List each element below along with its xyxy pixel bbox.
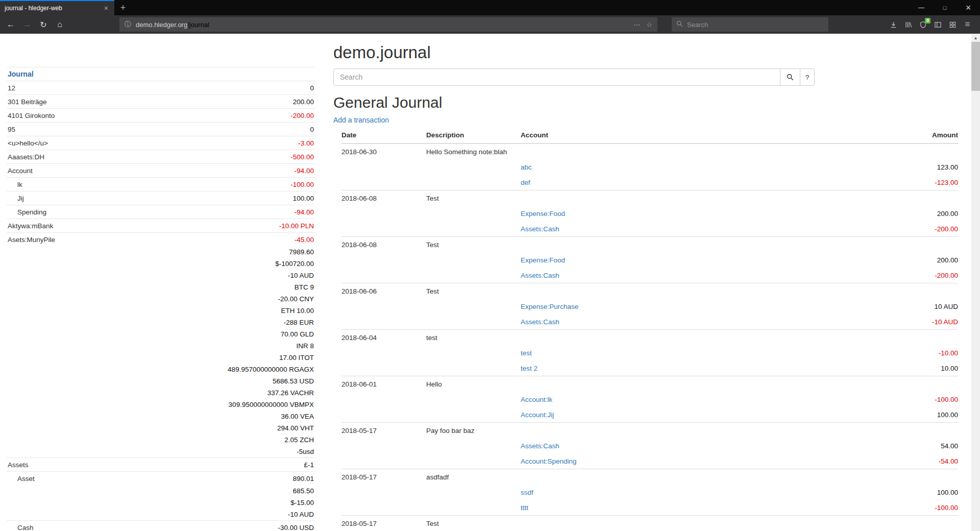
sidebar-account-row: ETH 10.00 — [7, 305, 315, 317]
posting-row: def-123.00 — [341, 175, 958, 190]
posting-account-link[interactable]: Assets:Cash — [521, 318, 559, 326]
posting-account-link[interactable]: Expense:Purchase — [521, 303, 578, 310]
posting-account-link[interactable]: Assets:Cash — [521, 272, 559, 279]
sidebar-account-name[interactable]: Asets:MunyPile — [8, 235, 55, 245]
sidebar-account-balance: 890.01 — [293, 474, 314, 484]
sidebar-account-name[interactable]: 4101 Girokonto — [8, 111, 55, 120]
sidebar-account-balance: 7989.60 — [289, 247, 314, 257]
posting-account-link[interactable]: test — [521, 349, 532, 357]
journal-table: Date Description Account Amount 2018-06-… — [341, 127, 958, 531]
tab-title: journal - hledger-web — [5, 5, 103, 12]
sidebar-account-row: Cash-30.00 USD — [7, 520, 315, 531]
reload-button[interactable]: ↻ — [36, 17, 51, 32]
new-tab-button[interactable]: + — [114, 0, 132, 15]
transaction-row: 2018-06-01Hello — [341, 376, 958, 392]
sidebar-account-name[interactable]: Jij — [8, 194, 24, 203]
window-close-button[interactable]: × — [957, 0, 980, 15]
tab-close-icon[interactable]: × — [103, 4, 110, 12]
sidebar-account-balance: -30.00 USD — [278, 523, 314, 531]
sidebar-account-name[interactable]: Assets — [8, 460, 29, 470]
scroll-up-icon[interactable]: ▲ — [971, 34, 980, 42]
posting-account-link[interactable]: test 2 — [521, 365, 537, 372]
transaction-date: 2018-06-30 — [341, 143, 426, 159]
sidebar-account-row: 294.00 VHT — [7, 422, 315, 434]
forward-button[interactable]: → — [19, 17, 35, 32]
sidebar-account-row: 120 — [7, 81, 315, 94]
adblock-extension-icon[interactable]: 0 — [916, 17, 930, 32]
menu-icon[interactable]: ≡ — [960, 17, 975, 32]
posting-account-link[interactable]: Account:lk — [521, 396, 552, 403]
posting-row: tttt-100.00 — [341, 500, 958, 516]
sidebar-account-name[interactable]: Aaasets:DH — [8, 152, 44, 162]
sidebar-account-name[interactable]: lk — [8, 180, 22, 189]
sidebar-account-name[interactable]: <u>hello</u> — [8, 138, 48, 148]
posting-account-link[interactable]: Assets:Cash — [521, 442, 559, 450]
sidebar-account-name[interactable]: Aktywa:mBank — [8, 221, 53, 231]
transaction-row: 2018-06-08Test — [341, 237, 958, 253]
column-header-description: Description — [426, 127, 521, 143]
add-transaction-link[interactable]: Add a transaction — [333, 116, 389, 124]
search-icon — [676, 20, 683, 29]
sidebar-account-row: Asets:MunyPile-45.00 — [7, 232, 315, 246]
posting-account-link[interactable]: tttt — [521, 504, 528, 512]
posting-row: Assets:Cash-200.00 — [341, 221, 958, 237]
downloads-icon[interactable] — [886, 17, 901, 32]
minimize-button[interactable]: — — [910, 0, 933, 15]
sidebar-account-balance: -10 AUD — [288, 510, 314, 519]
posting-amount: 54.00 — [846, 438, 958, 453]
sidebar-account-name[interactable]: Account — [8, 166, 33, 176]
library-icon[interactable] — [901, 17, 916, 32]
scrollbar-thumb[interactable] — [971, 42, 980, 91]
sidebar-account-row: -10 AUD — [7, 270, 315, 281]
site-info-icon[interactable]: ⓘ — [125, 20, 131, 29]
sidebar-account-row: <u>hello</u>-3.00 — [7, 136, 315, 150]
sidebar-account-balance: 337.26 VACHR — [267, 388, 314, 398]
page-scrollbar[interactable]: ▲ — [971, 34, 980, 531]
main-content: demo.journal ? General Journal Add a tra… — [333, 34, 958, 531]
posting-account-link[interactable]: Assets:Cash — [521, 225, 559, 233]
posting-amount: -200.00 — [846, 268, 958, 283]
sidebar-account-balance: 2.05 ZCH — [284, 435, 314, 445]
sidebar-account-balance: -5usd — [297, 447, 314, 456]
column-header-account: Account — [521, 127, 846, 143]
grid-icon[interactable] — [945, 17, 960, 32]
posting-account-link[interactable]: abc — [521, 163, 532, 171]
posting-amount: 10 AUD — [846, 299, 958, 314]
search-help-button[interactable]: ? — [800, 68, 815, 86]
posting-account-link[interactable]: ssdf — [521, 489, 533, 496]
back-button[interactable]: ← — [3, 17, 18, 32]
posting-account-link[interactable]: Expense:Food — [521, 210, 565, 218]
page-actions-icon[interactable]: ⋯ — [633, 21, 640, 29]
browser-tab[interactable]: journal - hledger-web × — [0, 0, 114, 15]
posting-account-link[interactable]: def — [521, 179, 530, 186]
bookmark-star-icon[interactable]: ☆ — [646, 21, 652, 29]
restore-button[interactable]: □ — [933, 0, 957, 15]
sidebar-toggle-icon[interactable] — [930, 17, 945, 32]
home-button[interactable]: ⌂ — [52, 17, 67, 32]
transaction-description: Test — [426, 190, 521, 206]
browser-search-field[interactable]: Search — [672, 17, 828, 32]
sidebar-account-name[interactable]: Spending — [8, 207, 46, 217]
sidebar-account-name[interactable]: 301 Beiträge — [8, 97, 47, 107]
sidebar-journal-link[interactable]: Journal — [7, 67, 315, 81]
sidebar-account-name[interactable]: Asset — [8, 474, 35, 484]
browser-search-placeholder: Search — [687, 21, 708, 29]
transaction-description: Hello Something note:blah — [426, 143, 521, 159]
url-bar[interactable]: ⓘ demo.hledger.org/journal ⋯ ☆ — [119, 17, 657, 32]
posting-row: Account:Jij100.00 — [341, 407, 958, 423]
posting-account-link[interactable]: Expense:Food — [521, 256, 565, 264]
posting-account-link[interactable]: Account:Jij — [521, 411, 554, 419]
sidebar-account-name[interactable]: 12 — [8, 83, 15, 93]
posting-row: Expense:Food200.00 — [341, 252, 958, 268]
transaction-row: 2018-05-17asdfadf — [341, 469, 958, 485]
sidebar-account-row: Aaasets:DH-500.00 — [7, 150, 315, 163]
sidebar-account-balance: 0 — [310, 83, 314, 93]
posting-account-link[interactable]: Account:Spending — [521, 457, 577, 465]
transaction-row: 2018-06-06Test — [341, 283, 958, 299]
sidebar-account-name[interactable]: 95 — [8, 125, 15, 134]
posting-row: test 210.00 — [341, 360, 958, 376]
journal-search-button[interactable] — [780, 68, 800, 86]
journal-search-input[interactable] — [333, 68, 780, 86]
sidebar-account-balance: -94.00 — [295, 166, 314, 176]
sidebar-account-name[interactable]: Cash — [8, 523, 34, 531]
